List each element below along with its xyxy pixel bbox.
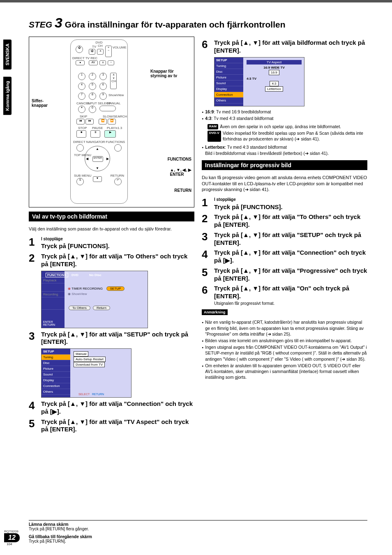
- nav-down-2[interactable]: ▼: [93, 176, 102, 182]
- left-step-5: 5Tryck på [▲, ▼] för att välja "TV Aspec…: [29, 418, 194, 434]
- num-1[interactable]: 1: [78, 73, 85, 80]
- menu1-functions: FUNCTIONS: [46, 273, 68, 277]
- menu3-setup: SETUP: [214, 58, 243, 63]
- num-2[interactable]: 2: [89, 73, 96, 80]
- power-button[interactable]: ⏻: [76, 46, 83, 53]
- menu1-playback: Playback: [42, 278, 65, 283]
- callout-arrows-enter: ▲, ▼, ◀, ▶ENTER: [170, 168, 191, 177]
- num-7[interactable]: 7: [78, 92, 85, 100]
- callout-number-buttons: Siffer-knappar: [32, 99, 60, 108]
- cancel-button[interactable]: ✶: [78, 106, 85, 113]
- skip-back[interactable]: ⏮: [76, 119, 85, 124]
- rstep1-main: Tryck på [FUNCTIONS].: [214, 203, 283, 210]
- direct-navigator[interactable]: [76, 144, 84, 152]
- menu1-timer: TIMER RECORDING: [71, 287, 103, 290]
- submenu-button[interactable]: S: [76, 178, 84, 185]
- num-0[interactable]: 0: [89, 106, 96, 113]
- skip-fwd[interactable]: ⏭: [85, 119, 94, 124]
- aspect-bullets: 16:9: Tv med 16:9 bredbildsformat 4:3: T…: [202, 109, 367, 121]
- manual-skip[interactable]: [99, 106, 116, 111]
- menu3-others: Others: [214, 98, 243, 104]
- nav-up[interactable]: ▲: [96, 147, 99, 151]
- num-9[interactable]: 9: [99, 92, 107, 100]
- stop-button[interactable]: ■: [76, 130, 86, 138]
- note-label: Anmärkning: [202, 309, 228, 315]
- left-step-1: 1 I stoppläge Tryck på [FUNCTIONS].: [29, 237, 194, 250]
- menu3-letterbox: Letterbox: [265, 86, 283, 92]
- ch-down[interactable]: ∨: [99, 60, 106, 65]
- label-pause: PAUSE: [92, 126, 103, 130]
- num-6[interactable]: 6: [99, 83, 107, 90]
- nav-ring[interactable]: ▲ ▼ ◀ ▶ ENTER: [85, 146, 110, 171]
- rstep1-small: I stoppläge: [214, 197, 367, 203]
- menu2-tuning: Tuning: [42, 355, 70, 360]
- menu3-43tv: 4:3 TV: [247, 77, 302, 81]
- functions-button[interactable]: [114, 144, 122, 152]
- left-column: Siffer-knappar Knappar förstyrning av tv…: [29, 37, 194, 434]
- tab-language: SVENSKA: [3, 39, 12, 69]
- menu3-169: 16:9: [269, 70, 279, 75]
- search-back[interactable]: ⏪: [99, 119, 107, 124]
- vol-down[interactable]: −: [108, 60, 114, 65]
- menu1-return: Return: [93, 306, 110, 310]
- left-step-3: 3Tryck på [▲, ▼] för att välja "SETUP" o…: [29, 331, 194, 346]
- menu2-select: SELECT: [78, 393, 90, 396]
- menu1-dvd: DVD: [71, 273, 78, 277]
- num-4[interactable]: 4: [78, 83, 85, 90]
- callout-return: RETURN: [174, 188, 191, 193]
- menu2-picture: Picture: [42, 366, 70, 372]
- step1-main: Tryck på [FUNCTIONS].: [41, 242, 110, 249]
- letterbox-bullet: Letterbox: Tv med 4:3 standard bildforma…: [202, 144, 367, 156]
- label-stop: STOP: [78, 126, 87, 130]
- label-showview: ShowView: [108, 93, 124, 97]
- menu2-disc: Disc: [42, 360, 70, 366]
- left-step-2: 2Tryck på [▲, ▼] för att välja "To Other…: [29, 253, 194, 268]
- rstep6-note: Utsignalen får progressivt format.: [214, 301, 367, 306]
- menu1-setup: SETUP: [106, 286, 125, 291]
- section-head-tv-type: Val av tv-typ och bildformat: [29, 212, 194, 221]
- section2-intro: Du kan få progressiv video genom att ans…: [202, 175, 367, 193]
- menu3-sound: Sound: [214, 81, 243, 86]
- nav-down[interactable]: ▼: [96, 166, 99, 170]
- nav-right[interactable]: ▶: [106, 157, 109, 161]
- num-5[interactable]: 5: [89, 83, 96, 90]
- label-submenu: SUB MENU: [74, 174, 91, 177]
- label-slow: SLOW/SEARCH: [103, 115, 127, 118]
- menu1-recording: Recording: [42, 292, 65, 297]
- pause-button[interactable]: ⏸: [90, 130, 100, 138]
- play-button[interactable]: ▶: [104, 130, 116, 138]
- return-button[interactable]: ↩: [114, 178, 122, 185]
- menu1-showview: ShowView: [71, 292, 87, 296]
- label-ch: CH: [98, 44, 103, 48]
- num-3[interactable]: 3: [99, 73, 107, 80]
- menu3-43: 4:3: [270, 81, 278, 86]
- label-play: PLAY/x1.3: [107, 126, 122, 130]
- menu-screenshot-functions: Playback Recording FUNCTIONS DVD No Disc…: [41, 271, 148, 328]
- rstep6-main: Tryck på [▲, ▼] för att välja "On" och t…: [214, 285, 349, 299]
- step1-small: I stoppläge: [41, 237, 194, 242]
- tv-power[interactable]: ⏻: [89, 49, 95, 55]
- nav-left[interactable]: ◀: [86, 157, 88, 161]
- label-volume: VOLUME: [113, 46, 127, 49]
- section1-intro: Välj den inställning som passar din tv-a…: [29, 226, 194, 232]
- label-ch2: CH: [111, 79, 116, 83]
- label-return: RETURN: [111, 174, 124, 177]
- menu3-display: Display: [214, 86, 243, 92]
- num-8[interactable]: 8: [89, 92, 96, 100]
- menu-screenshot-setup: SETUP Tuning Disc Picture Sound Display …: [41, 348, 131, 398]
- page-footer: Lämna denna skärmTryck på [RETURN] flera…: [29, 520, 367, 543]
- remote-body: DVD ⏻ TV ⏻ ∧ +− VOLUME CH DIRECT TV REC …: [70, 39, 128, 204]
- menu2-sound: Sound: [42, 372, 70, 378]
- right-step-6: 6Tryck på [▲, ▼] för att välja bildforma…: [202, 39, 367, 55]
- search-fwd[interactable]: ⏩: [108, 119, 116, 124]
- tab-section: Komma igång: [3, 77, 12, 115]
- volume[interactable]: +−: [105, 46, 112, 57]
- enter-button[interactable]: ENTER: [92, 156, 103, 162]
- section-head-progressive: Inställningar för progressiv bild: [202, 160, 367, 170]
- menu1-hint: ENTERRETURN: [43, 320, 55, 326]
- direct-tv-rec[interactable]: ●: [76, 60, 85, 65]
- av-button[interactable]: AV: [89, 60, 98, 65]
- menu3-disc: Disc: [214, 69, 243, 75]
- ch-up[interactable]: ∧: [97, 49, 104, 55]
- menu2-return: RETURN: [92, 393, 104, 396]
